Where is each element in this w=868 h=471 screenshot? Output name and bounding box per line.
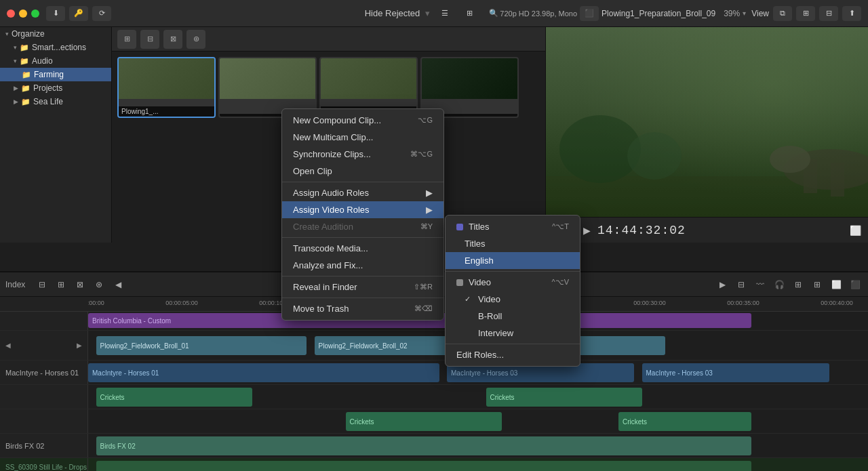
ctx-transcode[interactable]: Transcode Media... [282, 240, 443, 257]
timeline-btn-1[interactable]: ⊟ [35, 277, 50, 292]
ctx-open-clip[interactable]: Open Clip [282, 163, 443, 180]
ctx-trash[interactable]: Move to Trash ⌘⌫ [282, 300, 443, 317]
switch-window-icon[interactable]: ⧉ [773, 6, 792, 21]
timecode-display: 14:44:32:02 [597, 224, 686, 237]
timeline-layout-icon[interactable]: ⊞ [791, 277, 806, 292]
nav-left-broll[interactable]: ◀ [5, 342, 11, 349]
ctx-sep-1 [282, 182, 443, 182]
clip-crickets-2a[interactable]: Crickets [346, 412, 502, 431]
sync-icon[interactable]: ⟳ [92, 6, 111, 21]
preview: ⚙ ⊞ ▶ 14:44:32:02 ⬜ [546, 27, 868, 243]
assign-audio-label: Assign Audio Roles [293, 188, 369, 198]
clip-horses-1[interactable]: MacIntyre - Horses 01 [88, 363, 439, 382]
timeline-audio-icon[interactable]: 🎧 [772, 277, 787, 292]
ctx-sep-3 [282, 276, 443, 277]
timeline-expand-icon[interactable]: ⬛ [848, 277, 863, 292]
track-crickets-1: Crickets Crickets [0, 385, 868, 409]
track-label-crickets-1 [0, 385, 88, 409]
timeline-btn-4[interactable]: ⊛ [92, 277, 106, 292]
adjust-icon[interactable]: ⊟ [819, 6, 838, 21]
svg-point-2 [627, 132, 682, 180]
track-crickets-2: Crickets Crickets [0, 409, 868, 434]
ctx-assign-audio[interactable]: Assign Audio Roles ▶ [282, 184, 443, 201]
timeline-tracks: British Columbia - Custom ◀ ▶ Plowing2_F… [0, 312, 868, 471]
sub-titles-header[interactable]: Titles ^⌥T [446, 218, 580, 235]
clip-resolution: 720p HD 23.98p, Mono [500, 9, 577, 18]
track-label-birds: Birds FX 02 [0, 434, 88, 457]
scene-svg [546, 27, 868, 217]
view-label[interactable]: View [751, 9, 769, 18]
timeline-btn-2[interactable]: ⊞ [54, 277, 68, 292]
play-icon[interactable]: ▶ [583, 225, 591, 236]
clip-horses-3[interactable]: MacIntyre - Horses 03 [642, 363, 829, 382]
index-tab[interactable]: Index [5, 280, 25, 289]
timeline-btn-3[interactable]: ⊠ [73, 277, 87, 292]
minimize-button[interactable] [19, 9, 27, 18]
sidebar-item-smart-collections[interactable]: ▾ 📁 Smart...ections [0, 41, 111, 54]
sub-video-sub[interactable]: ✓ Video [446, 291, 580, 308]
close-button[interactable] [7, 9, 15, 18]
layout-icon[interactable]: ⊞ [796, 6, 815, 21]
preview-video [546, 27, 868, 217]
create-audition-label: Create Audition [293, 222, 353, 232]
sub-english[interactable]: English [446, 252, 580, 269]
sub-sep-1 [446, 271, 580, 272]
nav-right-broll[interactable]: ▶ [77, 342, 82, 349]
sidebar: ▾ Organize ▾ 📁 Smart...ections ▾ 📁 Audio… [0, 27, 112, 243]
track-label-broll: ◀ ▶ [0, 331, 88, 360]
list-view-icon[interactable]: ☰ [435, 6, 454, 21]
sub-interview[interactable]: Interview [446, 325, 580, 342]
preview-maximize-icon[interactable]: ⬜ [850, 225, 861, 236]
track-content-crickets-1: Crickets Crickets [88, 385, 868, 409]
context-menu-overlay[interactable]: New Compound Clip... ⌥G New Multicam Cli… [112, 27, 545, 243]
ctx-create-audition: Create Audition ⌘Y [282, 218, 443, 235]
sub-b-roll[interactable]: B-Roll [446, 308, 580, 325]
search-icon[interactable]: 🔍 [484, 6, 503, 21]
svg-point-6 [770, 146, 810, 173]
timeline-settings-2[interactable]: 〰 [753, 277, 768, 292]
ctx-new-multicam[interactable]: New Multicam Clip... [282, 129, 443, 146]
clip-broll-2[interactable]: Plowing2_Fieldwork_Broll_02 [315, 336, 448, 355]
sidebar-item-farming[interactable]: 📁 Farming [0, 68, 111, 81]
ctx-assign-video[interactable]: Assign Video Roles ▶ Titles ^⌥T Titles [282, 201, 443, 218]
sub-titles-sub[interactable]: Titles [446, 235, 580, 252]
clip-birds[interactable]: Birds FX 02 [96, 436, 751, 455]
fullscreen-button[interactable] [31, 9, 39, 18]
ctx-synchronize[interactable]: Synchronize Clips... ⌘⌥G [282, 146, 443, 163]
timeline-settings-1[interactable]: ⊟ [734, 277, 749, 292]
titlebar-icons: 720p HD 23.98p, Mono ⬛ Plowing1_Preparat… [500, 6, 861, 21]
sidebar-item-audio[interactable]: ▾ 📁 Audio [0, 54, 111, 68]
clip-crickets-1a[interactable]: Crickets [96, 388, 252, 407]
hide-rejected-label[interactable]: Hide Rejected [365, 8, 420, 18]
titlebar: ⬇ 🔑 ⟳ Hide Rejected ▾ ☰ ⊞ 🔍 720p HD 23.9… [0, 0, 868, 27]
clip-crickets-2b[interactable]: Crickets [618, 412, 751, 431]
sidebar-item-sea-life[interactable]: ▶ 📁 Sea Life [0, 95, 111, 108]
timeline-nav-left[interactable]: ◀ [111, 277, 125, 292]
sidebar-item-projects[interactable]: ▶ 📁 Projects [0, 81, 111, 95]
grid-view-icon[interactable]: ⊞ [460, 6, 479, 21]
sub-edit-roles[interactable]: Edit Roles... [446, 346, 580, 363]
timeline-zoom-icon[interactable]: ⬜ [829, 277, 844, 292]
sub-video-header[interactable]: Video ^⌥V [446, 274, 580, 291]
key-icon[interactable]: 🔑 [69, 6, 88, 21]
zoom-level: 39% [724, 9, 740, 18]
ctx-analyze[interactable]: Analyze and Fix... [282, 257, 443, 274]
export-icon[interactable]: ⬆ [842, 6, 861, 21]
timeline-nav-right[interactable]: ▶ [715, 277, 730, 292]
timeline-clip-icon[interactable]: ⊞ [810, 277, 825, 292]
back-icon[interactable]: ⬇ [46, 6, 65, 21]
clip-still[interactable] [96, 461, 751, 471]
titlebar-center: Hide Rejected ▾ ☰ ⊞ 🔍 [365, 6, 504, 21]
clip-badge-icon[interactable]: ⬛ [580, 6, 599, 21]
track-label-bc [0, 312, 88, 330]
traffic-lights [7, 9, 39, 18]
track-label-horses: MacIntyre - Horses 01 [0, 361, 88, 384]
track-label-still: SS_60309 Still Life - Drops [0, 458, 88, 471]
ctx-new-compound[interactable]: New Compound Clip... ⌥G [282, 112, 443, 129]
ctx-reveal[interactable]: Reveal in Finder ⇧⌘R [282, 279, 443, 295]
clip-broll-1[interactable]: Plowing2_Fieldwork_Broll_01 [96, 336, 307, 355]
sidebar-item-organize[interactable]: ▾ Organize [0, 27, 111, 41]
clip-crickets-1b[interactable]: Crickets [486, 388, 642, 407]
context-menu: New Compound Clip... ⌥G New Multicam Cli… [281, 108, 444, 321]
track-content-birds: Birds FX 02 [88, 434, 868, 457]
